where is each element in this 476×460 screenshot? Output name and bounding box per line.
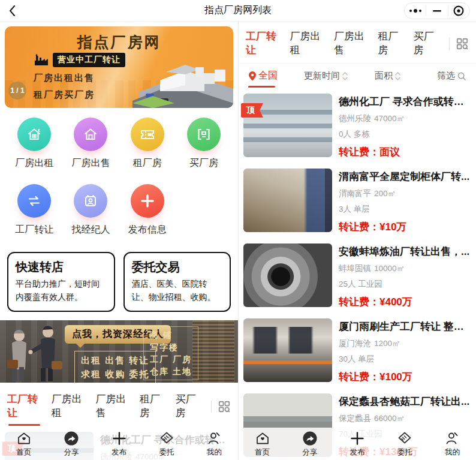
- agent-banner[interactable]: 点我，找资深经纪人 出租 出售 转让 求租 收购 委托 商 铺 写字楼 工厂 厂…: [0, 320, 238, 383]
- listing-photo: [243, 243, 332, 307]
- tabbar-mine[interactable]: 我的: [191, 431, 238, 458]
- listing-meta: 3人 单层: [339, 204, 470, 215]
- tab-rent-plant[interactable]: 租厂房: [140, 392, 165, 426]
- list-item[interactable]: 厦门雨刷生产工厂转让 整体... 厦门海沧1200㎡ 30人 单层 转让费：¥1…: [239, 312, 476, 387]
- listing-title: 渭南富平全屋定制柜体厂转...: [339, 170, 470, 184]
- list-item[interactable]: 顶 德州化工厂 寻求合作或转让... 德州乐陵47000㎡ 0人 多栋 转让费：…: [239, 88, 476, 163]
- publish-plus-icon: [112, 431, 127, 446]
- listing-meta: 30人 单层: [339, 354, 470, 365]
- filter-location[interactable]: 全国: [248, 70, 278, 88]
- tabbar-home[interactable]: 首页: [0, 431, 47, 458]
- filter-area[interactable]: 面积: [375, 70, 401, 87]
- promo-card-entrust[interactable]: 委托交易 酒店、医美、医院转让、物业招租、收购。: [123, 252, 231, 312]
- tab-plant-sell[interactable]: 厂房出售: [334, 29, 367, 63]
- listing-location: 蚌埠固镇10000㎡: [339, 263, 470, 274]
- publish-plus-icon: [350, 431, 365, 446]
- share-icon: [302, 431, 318, 446]
- tab-buy-plant[interactable]: 买厂房: [176, 392, 201, 426]
- bottom-tabbar: 首页 分享 发布 委托 我的: [239, 428, 476, 460]
- listing-title: 安徽蚌埠炼油厂转让出售，...: [339, 245, 470, 258]
- tabbar-mine[interactable]: 我的: [429, 431, 476, 458]
- category-grid-icon[interactable]: [456, 37, 469, 55]
- home-icon: [255, 431, 270, 446]
- filter-more[interactable]: 筛选: [437, 70, 466, 87]
- list-panel: 工厂转让 厂房出租 厂房出售 租厂房 买厂房 全国 更新时间: [238, 22, 476, 460]
- quick-action-find-agent[interactable]: 找经纪人: [62, 184, 119, 236]
- promo-card-fast-transfer[interactable]: 快速转店 平台助力推广，短时间内覆盖有效人群。: [7, 252, 115, 312]
- tabbar-share[interactable]: 分享: [47, 431, 95, 458]
- miniprogram-capsule: [404, 2, 470, 19]
- sort-chevrons-icon: [394, 71, 401, 81]
- listing-photo: 顶: [243, 94, 332, 157]
- listing-price: 转让费：面议: [339, 145, 470, 159]
- filter-update-time[interactable]: 更新时间: [304, 70, 348, 87]
- list-item[interactable]: 渭南富平全屋定制柜体厂转... 渭南富平200㎡ 3人 单层 转让费：¥10万: [239, 163, 476, 237]
- listing-price: 转让费：¥100万: [339, 370, 470, 384]
- listing-meta: 0人 多栋: [339, 129, 470, 140]
- hero-banner[interactable]: 指点厂房网 营业中工厂转让 厂房出租出售 租厂房买厂房: [5, 26, 233, 108]
- category-tabs: 工厂转让 厂房出租 厂房出售 租厂房 买厂房: [239, 22, 476, 63]
- category-tabs: 工厂转让 厂房出租 厂房出售 租厂房 买厂房: [0, 383, 238, 426]
- minimize-icon[interactable]: [426, 5, 447, 16]
- tabbar-publish[interactable]: 发布: [95, 431, 143, 458]
- tabbar-entrust[interactable]: 委托: [143, 431, 190, 458]
- tabbar-home[interactable]: 首页: [239, 431, 286, 458]
- tabs-divider: [449, 38, 450, 50]
- quick-action-rent[interactable]: 租厂房: [119, 118, 176, 170]
- quick-action-rent-out[interactable]: 厂房出租: [6, 118, 62, 170]
- agent-card-icon: [82, 193, 99, 209]
- listing-location: 渭南富平200㎡: [339, 188, 470, 199]
- listing-location: 德州乐陵47000㎡: [339, 113, 470, 124]
- tab-plant-rent[interactable]: 厂房出租: [290, 29, 323, 63]
- listing-meta: 25人 工业园: [339, 279, 470, 290]
- tab-rent-plant[interactable]: 租厂房: [378, 29, 403, 63]
- banner-line2: 租厂房买厂房: [34, 89, 125, 101]
- quick-action-transfer[interactable]: 工厂转让: [6, 184, 62, 236]
- listing-title: 厦门雨刷生产工厂转让 整体...: [339, 320, 470, 333]
- chevron-left-icon: [8, 5, 16, 17]
- quick-action-sell[interactable]: 厂房出售: [62, 118, 119, 170]
- quick-action-publish[interactable]: 发布信息: [119, 184, 176, 236]
- user-icon: [444, 431, 460, 446]
- banner-line1: 厂房出租出售: [34, 73, 125, 84]
- quick-action-buy[interactable]: 买厂房: [176, 118, 232, 170]
- listing-title: 保定蠡县杏鲍菇工厂转让出...: [339, 395, 470, 408]
- tabbar-share[interactable]: 分享: [286, 431, 333, 458]
- sort-chevrons-icon: [342, 71, 348, 81]
- more-dots-icon[interactable]: [405, 5, 426, 16]
- bottom-tabbar: 首页 分享 发布 委托 我的: [0, 428, 238, 460]
- search-icon: [457, 71, 466, 81]
- listing-list: 顶 德州化工厂 寻求合作或转让... 德州乐陵47000㎡ 0人 多栋 转让费：…: [239, 88, 476, 460]
- house-sell-icon: [82, 126, 99, 143]
- listing-location: 厦门海沧1200㎡: [339, 338, 470, 349]
- target-close-icon[interactable]: [448, 5, 469, 16]
- handshake-icon: [159, 431, 174, 446]
- tabbar-entrust[interactable]: 委托: [381, 431, 429, 458]
- category-grid-icon[interactable]: [218, 400, 231, 418]
- handshake-icon: [397, 431, 412, 446]
- user-icon: [206, 431, 222, 446]
- tab-plant-sell[interactable]: 厂房出售: [95, 392, 129, 426]
- factory-icon: [34, 53, 49, 67]
- list-item[interactable]: 安徽蚌埠炼油厂转让出售，... 蚌埠固镇10000㎡ 25人 工业园 转让费：¥…: [239, 237, 476, 312]
- tab-factory-transfer[interactable]: 工厂转让: [7, 392, 41, 426]
- back-button[interactable]: [0, 0, 24, 22]
- tabbar-publish[interactable]: 发布: [333, 431, 381, 458]
- agent-categories-box: 商 铺 写字楼 工厂 厂房 仓库 土地: [143, 326, 198, 380]
- factory-illustration: [132, 46, 233, 108]
- swap-arrows-icon: [26, 193, 43, 209]
- house-rent-icon: [26, 126, 43, 143]
- banner-title: 指点厂房网: [5, 32, 233, 52]
- map-pin-icon: [248, 71, 257, 81]
- businessmen-illustration: [4, 323, 66, 383]
- tab-factory-transfer[interactable]: 工厂转让: [246, 29, 279, 63]
- tab-buy-plant[interactable]: 买厂房: [414, 29, 439, 63]
- tabs-divider: [211, 401, 212, 413]
- coupon-icon: [139, 126, 156, 143]
- share-icon: [64, 431, 79, 446]
- listing-title: 德州化工厂 寻求合作或转让...: [339, 95, 470, 109]
- app-window: 指点厂房网列表 指点厂房网: [0, 0, 476, 460]
- carousel-page-indicator: 1 / 1: [8, 82, 26, 100]
- tab-plant-rent[interactable]: 厂房出租: [52, 392, 86, 426]
- banner-text-block: 营业中工厂转让 厂房出租出售 租厂房买厂房: [34, 53, 125, 101]
